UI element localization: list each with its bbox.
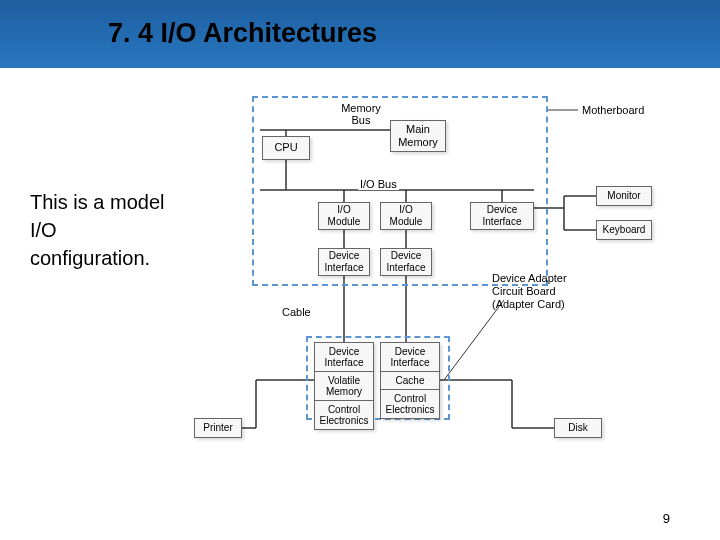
io-bus-label: I/O Bus — [358, 178, 399, 190]
device-interface-right-box: DeviceInterface — [470, 202, 534, 230]
io-module-2-box: I/OModule — [380, 202, 432, 230]
monitor-box: Monitor — [596, 186, 652, 206]
svg-line-18 — [444, 300, 504, 380]
io-module-1-box: I/OModule — [318, 202, 370, 230]
cable-label: Cable — [282, 306, 311, 318]
adapter-card-label: Device AdapterCircuit Board(Adapter Card… — [492, 272, 592, 312]
stack-cell: DeviceInterface — [315, 343, 373, 372]
device-interface-1-box: DeviceInterface — [318, 248, 370, 276]
keyboard-box: Keyboard — [596, 220, 652, 240]
right-device-stack: DeviceInterface Cache ControlElectronics — [380, 342, 440, 419]
stack-cell: VolatileMemory — [315, 372, 373, 401]
cpu-box: CPU — [262, 136, 310, 160]
main-memory-box: MainMemory — [390, 120, 446, 152]
slide-title: 7. 4 I/O Architectures — [108, 18, 377, 49]
device-interface-2-box: DeviceInterface — [380, 248, 432, 276]
stack-cell: ControlElectronics — [381, 390, 439, 418]
stack-cell: Cache — [381, 372, 439, 390]
slide-body-text: This is a model I/O configuration. — [30, 188, 180, 272]
stack-cell: DeviceInterface — [381, 343, 439, 372]
stack-cell: ControlElectronics — [315, 401, 373, 429]
motherboard-label: Motherboard — [582, 104, 644, 116]
io-architecture-diagram: CPU MainMemory I/OModule I/OModule Devic… — [194, 90, 674, 490]
page-number: 9 — [663, 511, 670, 526]
disk-box: Disk — [554, 418, 602, 438]
memory-bus-label: MemoryBus — [334, 102, 388, 126]
left-device-stack: DeviceInterface VolatileMemory ControlEl… — [314, 342, 374, 430]
printer-box: Printer — [194, 418, 242, 438]
